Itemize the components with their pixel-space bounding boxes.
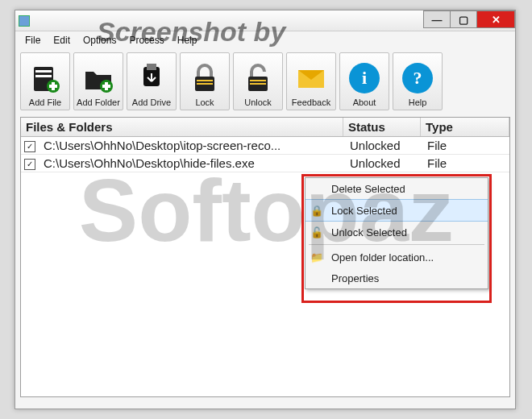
row-path: C:\Users\OhhNo\Desktop\itop-screen-reco.…: [39, 137, 345, 154]
lock-icon: 🔒: [309, 205, 325, 217]
ctx-unlock[interactable]: 🔓 Unlock Selected: [305, 222, 488, 243]
toolbar: Add File Add Folder Add Drive Lock Unloc…: [15, 49, 515, 115]
toolbar-label: Help: [409, 97, 427, 107]
ctx-separator: [309, 244, 484, 245]
svg-rect-16: [250, 83, 266, 85]
usb-drive-icon: [135, 62, 168, 94]
menubar: File Edit Options Process Help: [15, 31, 515, 49]
unlock-icon: 🔓: [309, 226, 325, 239]
toolbar-label: Add Folder: [77, 97, 120, 107]
menu-file[interactable]: File: [19, 33, 47, 48]
col-header-status[interactable]: Status: [343, 118, 421, 136]
toolbar-label: About: [353, 97, 376, 107]
feedback-button[interactable]: Feedback: [286, 52, 336, 110]
toolbar-label: Lock: [195, 97, 214, 107]
ctx-lock[interactable]: 🔒 Lock Selected: [305, 199, 488, 222]
svg-rect-5: [49, 85, 57, 88]
row-type: File: [422, 137, 509, 154]
ctx-label: Lock Selected: [331, 205, 397, 217]
info-icon: i: [348, 62, 380, 94]
lock-button[interactable]: Lock: [180, 52, 230, 110]
ctx-label: Properties: [331, 272, 379, 284]
ctx-properties[interactable]: Properties: [305, 268, 488, 288]
context-menu: Delete Selected 🔒 Lock Selected 🔓 Unlock…: [305, 177, 488, 289]
row-status: Unlocked: [345, 137, 422, 154]
svg-rect-2: [35, 75, 52, 77]
ctx-label: Unlock Selected: [331, 226, 407, 239]
add-file-button[interactable]: Add File: [20, 52, 70, 110]
column-headers: Files & Folders Status Type: [21, 118, 509, 137]
toolbar-label: Add File: [29, 97, 61, 107]
svg-rect-15: [250, 80, 266, 81]
row-type: File: [422, 155, 509, 172]
minimize-button[interactable]: —: [423, 10, 451, 28]
help-button[interactable]: ? Help: [393, 52, 443, 110]
folder-icon: 📁: [309, 251, 325, 263]
app-icon: [19, 15, 30, 27]
about-button[interactable]: i About: [339, 52, 389, 110]
ctx-delete[interactable]: Delete Selected: [305, 178, 488, 199]
col-header-path[interactable]: Files & Folders: [21, 118, 343, 136]
titlebar: — ▢ ✕: [15, 10, 515, 31]
svg-rect-10: [147, 64, 156, 70]
unlock-icon: [242, 62, 274, 94]
unlock-button[interactable]: Unlock: [233, 52, 283, 110]
svg-rect-8: [102, 85, 110, 88]
list-row[interactable]: ✓ C:\Users\OhhNo\Desktop\itop-screen-rec…: [21, 137, 509, 155]
svg-rect-1: [35, 70, 52, 73]
add-drive-button[interactable]: Add Drive: [127, 52, 177, 110]
ctx-label: Delete Selected: [331, 183, 405, 195]
window-controls: — ▢ ✕: [424, 10, 515, 28]
ctx-open-location[interactable]: 📁 Open folder location...: [305, 247, 488, 268]
add-folder-button[interactable]: Add Folder: [73, 52, 123, 110]
row-checkbox[interactable]: ✓: [24, 141, 35, 152]
menu-options[interactable]: Options: [77, 33, 123, 48]
menu-help[interactable]: Help: [171, 33, 204, 48]
folder-add-icon: [82, 62, 114, 94]
lock-icon: [189, 62, 221, 94]
svg-rect-12: [197, 80, 213, 81]
toolbar-label: Add Drive: [132, 97, 171, 107]
row-checkbox[interactable]: ✓: [24, 159, 35, 170]
mail-icon: [295, 62, 327, 94]
maximize-button[interactable]: ▢: [450, 10, 477, 28]
toolbar-label: Unlock: [244, 97, 272, 107]
toolbar-label: Feedback: [292, 97, 330, 107]
help-icon: ?: [401, 62, 434, 94]
menu-edit[interactable]: Edit: [47, 33, 77, 48]
col-header-type[interactable]: Type: [421, 118, 509, 136]
row-path: C:\Users\OhhNo\Desktop\hide-files.exe: [39, 155, 345, 172]
ctx-label: Open folder location...: [331, 251, 434, 263]
close-button[interactable]: ✕: [476, 10, 515, 28]
svg-rect-13: [197, 83, 213, 85]
menu-process[interactable]: Process: [123, 33, 170, 48]
list-row[interactable]: ✓ C:\Users\OhhNo\Desktop\hide-files.exe …: [21, 155, 509, 172]
row-status: Unlocked: [345, 155, 422, 172]
file-add-icon: [29, 62, 61, 94]
